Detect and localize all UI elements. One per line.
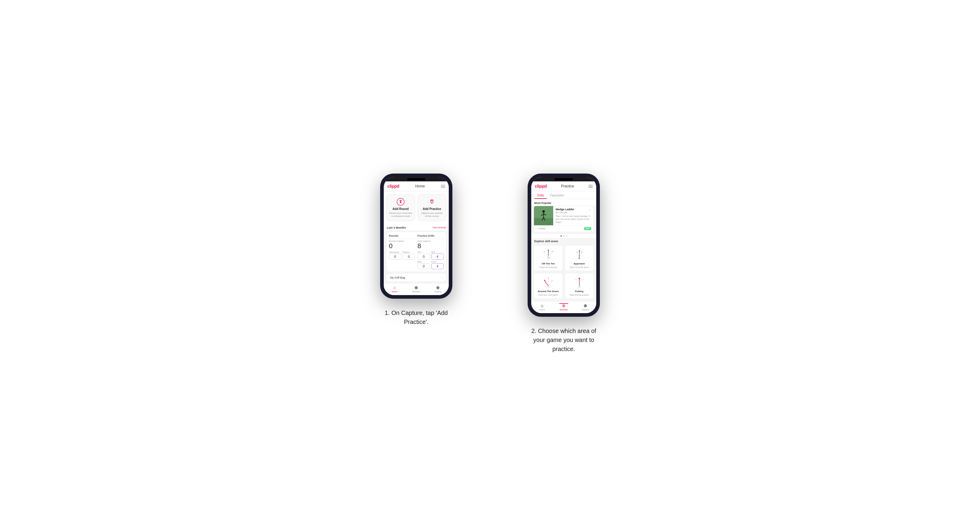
capture-cards: Add Round Record your shots fast or enha… xyxy=(384,191,449,224)
dot-2[interactable] xyxy=(563,235,565,237)
nav-activities-label-2: Activities xyxy=(560,309,568,311)
drills-capture-label: Drills Capture xyxy=(417,240,444,242)
drill-info-header: Wedge Ladder 50–100 yds ☆ xyxy=(555,208,591,214)
header-title-2: Practice xyxy=(561,184,574,188)
drill-shots: 9 shots xyxy=(536,227,546,230)
svg-point-25 xyxy=(544,280,546,281)
rounds-main-value: 0 xyxy=(389,242,415,250)
stats-section-header: Last 3 Months View Activity xyxy=(384,224,449,230)
add-round-title: Add Round xyxy=(393,207,409,211)
hamburger-icon-2[interactable] xyxy=(589,185,593,188)
drills-main-value: 8 xyxy=(417,242,444,250)
add-round-card[interactable]: Add Round Record your shots fast or enha… xyxy=(386,194,415,221)
drill-description: Play 1 shot at each target yardage. If y… xyxy=(555,215,591,224)
tournament-item: Tournament 0 xyxy=(389,251,401,260)
nav-capture-label-2: Capture xyxy=(582,309,589,311)
tab-drills[interactable]: Drills xyxy=(534,191,547,199)
app-value: 4 xyxy=(431,254,444,260)
svg-point-16 xyxy=(548,250,549,251)
skill-card-off-the-tee[interactable]: Off The Tee Power and accuracy xyxy=(534,245,563,271)
ott-item: OTT 0 xyxy=(417,251,430,260)
phone-2-notch xyxy=(555,178,573,181)
phone-2-frame: clippd Practice Drills Favourites Most P… xyxy=(528,173,600,316)
hamburger-icon-1[interactable] xyxy=(441,185,445,188)
drill-name: Wedge Ladder xyxy=(555,208,574,211)
nav-activities-label-1: Activities xyxy=(412,290,420,293)
app-label: APP xyxy=(431,251,444,253)
drill-card[interactable]: Wedge Ladder 50–100 yds ☆ Play 1 shot at… xyxy=(534,206,594,232)
putt-value: 4 xyxy=(431,263,444,269)
drill-thumbnail xyxy=(534,206,553,225)
svg-point-26 xyxy=(551,280,553,281)
capture-icon-2: ⊕ xyxy=(584,303,587,308)
practice-label: Practice xyxy=(403,251,415,253)
skill-name-putting: Putting xyxy=(575,290,584,293)
svg-point-18 xyxy=(552,251,553,252)
svg-point-34 xyxy=(582,279,583,280)
add-round-icon xyxy=(396,198,405,206)
phone-1-topbar xyxy=(384,177,449,181)
golf-bag-label: My Golf Bag xyxy=(390,276,405,279)
skill-desc-approach: Dial-in to hit the green xyxy=(570,266,589,268)
app-header-1: clippd Home xyxy=(384,181,449,191)
putt-item: PUTT 4 xyxy=(431,261,444,269)
skill-grid: Off The Tee Power and accuracy xyxy=(531,244,596,301)
putt-label: PUTT xyxy=(431,261,444,263)
skill-card-putting[interactable]: Putting Make and lag practice xyxy=(565,273,594,299)
skill-card-approach[interactable]: Approach Dial-in to hit the green xyxy=(565,245,594,271)
explore-header: Explore skill areas xyxy=(531,238,596,244)
phone-1-notch xyxy=(407,178,425,181)
nav-activities-1[interactable]: ⊕ Activities xyxy=(406,285,427,293)
clippd-logo-1: clippd xyxy=(387,184,399,189)
phone-1-section: clippd Home xyxy=(355,173,478,326)
dot-3[interactable] xyxy=(566,235,567,237)
skill-desc-putting: Make and lag practice xyxy=(570,294,589,296)
nav-home-2[interactable]: ⌂ Home xyxy=(531,303,553,311)
add-practice-card[interactable]: Add Practice Capture your practice off-t… xyxy=(417,194,446,221)
tab-favourites[interactable]: Favourites xyxy=(547,191,567,199)
putting-diagram xyxy=(573,276,586,289)
drill-favourite-icon[interactable]: ☆ xyxy=(588,208,591,212)
activities-icon-2: ⊕ xyxy=(562,303,566,308)
drills-title: Practice Drills xyxy=(417,234,444,239)
svg-point-24 xyxy=(547,286,549,287)
svg-point-35 xyxy=(575,279,576,280)
nav-capture-2[interactable]: ⊕ Capture xyxy=(574,303,596,311)
rounds-sub-grid: Tournament 0 Practice 0 xyxy=(389,251,415,260)
phone-2-caption: 2. Choose which area of your game you wa… xyxy=(531,326,597,354)
stats-container: Rounds Rounds Capture 0 Tournament 0 Pra… xyxy=(386,232,446,272)
svg-point-31 xyxy=(579,278,580,279)
nav-capture-1[interactable]: ⊕ Capture xyxy=(427,285,449,293)
svg-line-32 xyxy=(579,280,583,281)
add-practice-icon xyxy=(428,198,436,206)
drill-card-content: Wedge Ladder 50–100 yds ☆ Play 1 shot at… xyxy=(534,206,593,225)
app-item: APP 4 xyxy=(431,251,444,260)
phone-2-topbar xyxy=(531,177,596,181)
svg-point-28 xyxy=(548,277,549,278)
nav-home-1[interactable]: ⌂ Home xyxy=(384,285,406,293)
app-header-2: clippd Practice xyxy=(531,181,596,191)
arg-item: ARG 0 xyxy=(417,261,430,269)
phone-1-screen: clippd Home xyxy=(384,177,449,295)
golf-bag-row[interactable]: My Golf Bag › xyxy=(386,273,446,282)
bottom-nav-1: ⌂ Home ⊕ Activities ⊕ Capture xyxy=(384,283,449,295)
practice-item: Practice 0 xyxy=(403,251,415,260)
svg-point-20 xyxy=(579,250,580,251)
nav-capture-label-1: Capture xyxy=(434,290,442,293)
view-activity-link[interactable]: View Activity xyxy=(433,226,446,229)
drills-sub-grid: OTT 0 APP 4 ARG 0 xyxy=(417,251,444,269)
svg-point-14 xyxy=(547,257,549,259)
skill-name-ott: Off The Tee xyxy=(542,262,555,265)
rounds-capture-label: Rounds Capture xyxy=(389,240,415,242)
drill-footer: 9 shots APP xyxy=(534,225,593,232)
skill-card-atg[interactable]: Around The Green Hone your short game xyxy=(534,273,563,299)
nav-activities-2[interactable]: ⊕ Activities xyxy=(553,303,574,311)
arg-value: 0 xyxy=(417,263,430,269)
activities-icon-1: ⊕ xyxy=(414,285,418,290)
rounds-title: Rounds xyxy=(389,234,415,239)
golf-bag-chevron: › xyxy=(442,276,442,279)
dot-1[interactable] xyxy=(560,235,562,237)
add-practice-title: Add Practice xyxy=(423,207,441,211)
carousel-dots xyxy=(531,234,596,238)
svg-point-23 xyxy=(579,257,580,259)
